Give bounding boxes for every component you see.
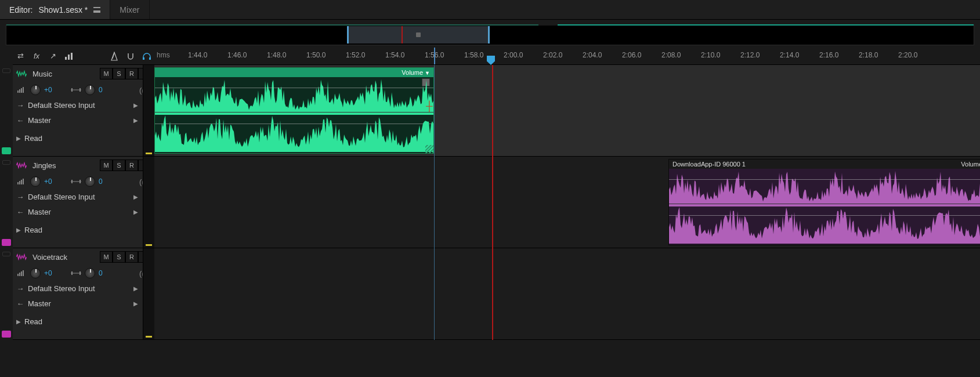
- track-lane-voice[interactable]: [154, 248, 980, 340]
- input-label[interactable]: Default Stereo Input: [28, 193, 129, 201]
- waveform-icon: [16, 70, 27, 78]
- output-label[interactable]: Master: [28, 208, 129, 216]
- track-color-music[interactable]: [0, 65, 13, 157]
- automation-expand-icon[interactable]: ▶: [16, 227, 21, 233]
- pan-knob[interactable]: [85, 268, 95, 278]
- tab-mixer-label: Mixer: [120, 5, 139, 14]
- svg-rect-1: [68, 55, 70, 60]
- ruler-tick: 2:02.0: [543, 51, 562, 59]
- clip-name: DownloadApp-ID 96000 1: [672, 161, 746, 168]
- sends-icon[interactable]: ↗: [48, 51, 58, 61]
- svg-rect-6: [17, 90, 19, 93]
- clip-volume-label[interactable]: Volume ▼: [961, 161, 980, 168]
- output-label[interactable]: Master: [28, 299, 129, 308]
- input-label[interactable]: Default Stereo Input: [28, 284, 129, 293]
- overview-view-window[interactable]: [347, 26, 490, 44]
- input-menu-chevron[interactable]: ▶: [132, 285, 139, 292]
- clip-fade-handle[interactable]: [425, 145, 433, 153]
- clip-edge-handle[interactable]: ┼: [424, 100, 434, 112]
- time-ruler[interactable]: hms 1:44.01:46.01:48.01:50.01:52.01:54.0…: [154, 48, 980, 65]
- track-lane-music[interactable]: Volume ▼┼: [154, 65, 980, 157]
- mute-button[interactable]: M: [100, 251, 113, 263]
- track-color-jingles[interactable]: [0, 157, 13, 248]
- solo-button[interactable]: S: [113, 160, 125, 171]
- pan-knob[interactable]: [85, 176, 95, 187]
- mute-button[interactable]: M: [100, 68, 113, 79]
- track-header-music: MusicMSRI+00((•))→Default Stereo Input▶←…: [13, 65, 154, 157]
- record-button[interactable]: R: [125, 68, 138, 79]
- automation-expand-icon[interactable]: ▶: [16, 135, 21, 142]
- audio-clip[interactable]: DownloadApp-ID 96000 1Volume ▼: [668, 159, 980, 245]
- metronome-icon[interactable]: [109, 51, 120, 61]
- volume-knob[interactable]: [30, 268, 41, 278]
- tab-menu-icon[interactable]: [93, 7, 100, 13]
- svg-rect-9: [23, 87, 24, 93]
- pan-value[interactable]: 0: [99, 269, 110, 277]
- pan-knob[interactable]: [85, 85, 95, 95]
- output-menu-chevron[interactable]: ▶: [132, 300, 139, 307]
- track-color-voice[interactable]: [0, 248, 13, 340]
- mute-button[interactable]: M: [100, 160, 113, 171]
- input-menu-chevron[interactable]: ▶: [132, 102, 139, 108]
- pan-value[interactable]: 0: [99, 177, 110, 186]
- track-color-column: [0, 48, 13, 340]
- track-header-voice: VoicetrackMSRI+00((•))→Default Stereo In…: [13, 248, 154, 340]
- ruler-tick: 1:50.0: [306, 51, 326, 59]
- timeline-lanes: hms 1:44.01:46.01:48.01:50.01:52.01:54.0…: [154, 48, 980, 340]
- output-label[interactable]: Master: [28, 116, 129, 125]
- automation-mode[interactable]: Read: [24, 134, 140, 143]
- record-button[interactable]: R: [125, 251, 138, 263]
- tab-editor[interactable]: Editor: Show1.sesx *: [0, 0, 110, 19]
- overview-accent: [6, 24, 974, 26]
- volume-knob[interactable]: [30, 176, 41, 187]
- output-menu-chevron[interactable]: ▶: [132, 117, 139, 124]
- multitrack-main: ⇄ fx ↗ MusicMSRI+00((•))→Default Stere: [0, 48, 980, 340]
- snap-icon[interactable]: [125, 51, 136, 61]
- record-button[interactable]: R: [125, 160, 138, 171]
- tab-mixer[interactable]: Mixer: [110, 0, 149, 19]
- solo-button[interactable]: S: [113, 251, 125, 263]
- overview-grip-icon: [416, 32, 421, 37]
- output-menu-chevron[interactable]: ▶: [132, 209, 139, 215]
- volume-value[interactable]: +0: [44, 177, 56, 186]
- ruler-tick: 1:46.0: [227, 51, 247, 59]
- pan-icon: [71, 177, 81, 186]
- inputs-outputs-icon[interactable]: ⇄: [15, 51, 26, 61]
- track-toolbar: ⇄ fx ↗: [13, 48, 154, 65]
- svg-rect-25: [71, 271, 73, 275]
- ruler-current-time-indicator[interactable]: [434, 48, 435, 64]
- tab-editor-filename: Show1.sesx *: [38, 5, 88, 14]
- track-header-column: ⇄ fx ↗ MusicMSRI+00((•))→Default Stere: [13, 48, 154, 340]
- input-arrow-icon: →: [16, 284, 24, 293]
- automation-mode[interactable]: Read: [24, 226, 140, 234]
- ruler-tick: 2:14.0: [780, 51, 799, 59]
- waveform-left: [669, 169, 980, 206]
- headphones-icon[interactable]: [142, 51, 152, 61]
- ruler-tick: 2:16.0: [819, 51, 838, 59]
- track-name[interactable]: Jingles: [30, 161, 96, 170]
- volume-value[interactable]: +0: [44, 269, 56, 277]
- ruler-tick: 1:58.0: [464, 51, 483, 59]
- audio-clip[interactable]: Volume ▼┼: [154, 67, 434, 154]
- panel-tabbar: Editor: Show1.sesx * Mixer: [0, 0, 980, 20]
- volume-icon: [16, 177, 27, 186]
- input-menu-chevron[interactable]: ▶: [132, 194, 139, 200]
- tab-editor-prefix: Editor:: [9, 5, 32, 14]
- track-name[interactable]: Music: [30, 70, 96, 78]
- pan-value[interactable]: 0: [99, 86, 110, 94]
- ruler-marker[interactable]: [487, 56, 495, 65]
- timeline-overview[interactable]: [6, 24, 974, 45]
- solo-button[interactable]: S: [113, 68, 125, 79]
- volume-knob[interactable]: [30, 85, 41, 95]
- automation-expand-icon[interactable]: ▶: [16, 318, 21, 325]
- volume-value[interactable]: +0: [44, 86, 56, 94]
- eq-icon[interactable]: [64, 51, 74, 61]
- clip-volume-label[interactable]: Volume ▼: [402, 69, 430, 76]
- fx-icon[interactable]: fx: [31, 51, 42, 61]
- output-arrow-icon: ←: [16, 116, 24, 125]
- track-name[interactable]: Voicetrack: [30, 253, 96, 262]
- input-label[interactable]: Default Stereo Input: [28, 101, 129, 110]
- automation-mode[interactable]: Read: [24, 317, 140, 326]
- track-lane-jingles[interactable]: DownloadApp-ID 96000 1Volume ▼: [154, 157, 980, 248]
- track-header-jingles: JinglesMSRI+00((•))→Default Stereo Input…: [13, 157, 154, 248]
